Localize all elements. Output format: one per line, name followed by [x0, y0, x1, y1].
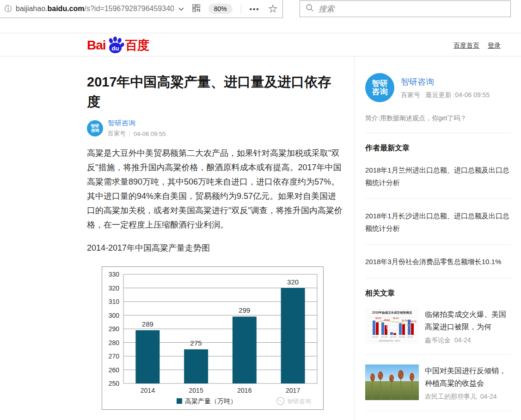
- svg-text:4月19日: 4月19日: [390, 336, 397, 338]
- production-bar-chart: 2502602702802903003103203302892014275201…: [102, 266, 324, 410]
- svg-text:5月3日: 5月3日: [407, 336, 413, 338]
- svg-text:320: 320: [109, 284, 120, 292]
- site-header: Bai du 百度 百度首页 登录: [0, 33, 521, 56]
- chart-caption: 2014-2017年中国高粱产量走势图: [87, 242, 343, 253]
- svg-text:98.5%: 98.5%: [375, 317, 381, 320]
- more-actions-button[interactable]: •••: [250, 5, 260, 13]
- svg-text:310: 310: [109, 298, 120, 305]
- list-divider: [365, 198, 511, 199]
- svg-text:95.8%: 95.8%: [384, 319, 390, 321]
- sidebar: 智研 咨询 智研咨询 百家号 最近更新 :04-06 09:55 简介:用数据阐…: [365, 73, 511, 420]
- sidebar-divider: [365, 133, 511, 133]
- list-divider: [365, 411, 511, 411]
- svg-text:93.7%: 93.7%: [411, 321, 417, 323]
- sidebar-author-card[interactable]: 智研 咨询 智研咨询 百家号 最近更新 :04-06 09:55: [365, 73, 511, 102]
- svg-text:2015: 2015: [189, 387, 203, 394]
- baidu-paw-icon: du: [106, 36, 125, 55]
- svg-text:4月26日: 4月26日: [398, 336, 405, 338]
- url-text[interactable]: baijiahao.baidu.com/s?id=159679287964593…: [16, 5, 174, 13]
- address-bar[interactable]: ⓘ baijiahao.baidu.com/s?id=1596792879645…: [0, 0, 283, 18]
- svg-text:2014: 2014: [141, 387, 155, 394]
- svg-text:2017: 2017: [286, 387, 300, 394]
- latest-article-link[interactable]: 2018年1月长沙进出口总额、进口总额及出口总额统计分析: [365, 210, 511, 235]
- qr-code-icon[interactable]: [192, 4, 200, 14]
- svg-text:4月5日: 4月5日: [372, 336, 378, 338]
- svg-text:■成交量 ■投放量 ─成交率: ■成交量 ■投放量 ─成交率: [379, 340, 400, 342]
- svg-text:275: 275: [190, 339, 202, 347]
- svg-text:300: 300: [109, 312, 120, 319]
- publish-datetime: 04-06 09:55: [134, 130, 165, 137]
- svg-text:250: 250: [109, 380, 120, 387]
- article-paragraph: 高粱是大豆外中美贸易额第二大农产品，如果针对高粱加税或采取"双反"措施，将推升国…: [87, 146, 343, 232]
- baidu-logo[interactable]: Bai du 百度: [87, 36, 149, 55]
- related-article-thumbnail-sorghum-sky: [365, 364, 419, 400]
- svg-text:2018年临储玉米成交销售情况: 2018年临储玉米成交销售情况: [372, 311, 412, 315]
- latest-article-link[interactable]: 2018年1月兰州进出口总额、进口总额及出口总额统计分析: [365, 164, 511, 189]
- latest-articles-heading: 作者最新文章: [365, 143, 511, 153]
- list-divider: [365, 244, 511, 245]
- sidebar-divider: [365, 278, 511, 278]
- sidebar-author-name[interactable]: 智研咨询: [401, 76, 490, 87]
- related-article-meta: 鑫爷论金 04-24: [425, 336, 511, 345]
- svg-text:289: 289: [142, 320, 153, 328]
- related-article[interactable]: 中国对美国进行反倾销，种植高粱的收益会 农民工的那些事儿 04-24: [365, 364, 511, 401]
- related-article-title[interactable]: 中国对美国进行反倾销，种植高粱的收益会: [425, 364, 511, 389]
- author-avatar[interactable]: 智研 咨询: [87, 120, 103, 136]
- nav-baidu-home-link[interactable]: 百度首页: [454, 42, 479, 49]
- svg-text:270: 270: [109, 352, 120, 360]
- favorite-star-icon[interactable]: ☆: [268, 3, 278, 14]
- browser-search-input[interactable]: 搜索: [300, 0, 511, 17]
- nav-login-link[interactable]: 登录: [488, 42, 501, 49]
- svg-text:320: 320: [287, 278, 299, 286]
- toolbar-divider: [241, 4, 241, 13]
- svg-text:du: du: [111, 45, 119, 52]
- svg-text:2016: 2016: [237, 387, 251, 394]
- svg-text:299: 299: [239, 306, 250, 314]
- latest-article-link[interactable]: 2018年3月份社会消费品零售总额增长10.1%: [365, 255, 511, 268]
- svg-text:260: 260: [109, 366, 120, 374]
- svg-text:330: 330: [109, 271, 120, 278]
- content-sidebar-divider: [354, 56, 355, 420]
- sidebar-author-bio: 简介:用数据阐述观点，你get了吗？: [365, 114, 511, 123]
- search-placeholder: 搜索: [319, 4, 334, 14]
- zoom-level-badge[interactable]: 80%: [208, 4, 233, 14]
- svg-text:290: 290: [109, 325, 120, 333]
- article-main: 2017年中国高粱产量、进口量及进口依存度 智研 咨询 智研咨询 百家号 04-…: [87, 72, 343, 420]
- related-articles-heading: 相关文章: [365, 289, 511, 298]
- svg-text:4月12日: 4月12日: [381, 336, 388, 338]
- author-sub: 百家号 04-06 09:55: [108, 130, 165, 138]
- header-nav: 百度首页 登录: [447, 42, 501, 50]
- svg-text:高粱产量（万吨）: 高粱产量（万吨）: [185, 397, 237, 405]
- svg-text:280: 280: [109, 339, 120, 346]
- list-divider: [365, 354, 511, 355]
- chevron-down-icon[interactable]: [178, 5, 184, 13]
- svg-text:智研咨询: 智研咨询: [287, 398, 311, 405]
- sidebar-author-avatar[interactable]: 智研 咨询: [365, 73, 394, 102]
- page-info-icon[interactable]: ⓘ: [5, 4, 12, 14]
- author-name[interactable]: 智研咨询: [108, 119, 165, 128]
- article-title: 2017年中国高粱产量、进口量及进口依存度: [87, 72, 343, 112]
- sidebar-author-updated: 百家号 最近更新 :04-06 09:55: [401, 91, 490, 99]
- svg-text:99.1%: 99.1%: [393, 317, 399, 320]
- svg-text:96.3%: 96.3%: [402, 320, 408, 322]
- search-icon: [306, 4, 314, 14]
- article-author-row[interactable]: 智研 咨询 智研咨询 百家号 04-06 09:55: [87, 119, 343, 138]
- related-article[interactable]: 2018年临储玉米成交销售情况 98.5%95.8%99.1%96.3%93.7…: [365, 308, 511, 345]
- related-article-title[interactable]: 临储拍卖成交火爆、美国高粱进口被限，为何: [425, 308, 511, 333]
- related-article-meta: 农民工的那些事儿 04-24: [425, 393, 511, 401]
- related-article-thumbnail-chart: 2018年临储玉米成交销售情况 98.5%95.8%99.1%96.3%93.7…: [365, 308, 419, 344]
